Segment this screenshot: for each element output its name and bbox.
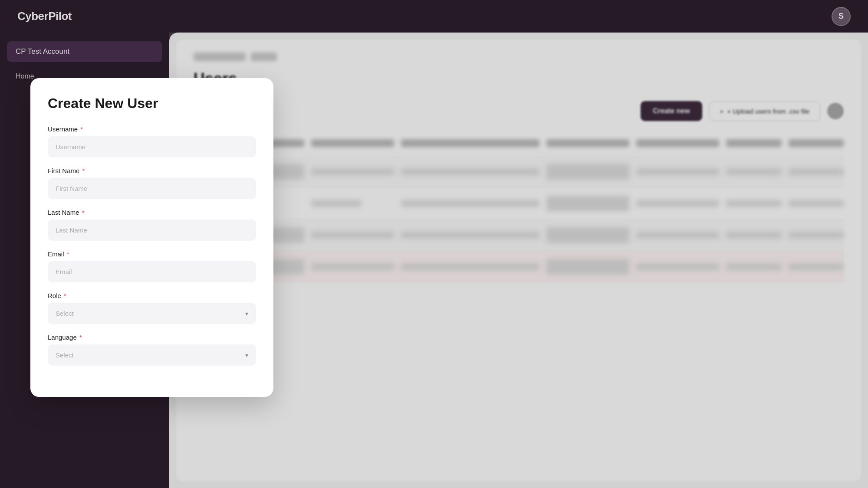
username-group: Username *	[48, 125, 256, 157]
username-input[interactable]	[48, 136, 256, 157]
email-group: Email *	[48, 250, 256, 282]
modal-overlay: Create New User Username * First Name * …	[0, 0, 868, 488]
language-group: Language * Select English Danish German …	[48, 334, 256, 366]
language-label: Language *	[48, 334, 256, 341]
last-name-label: Last Name *	[48, 209, 256, 216]
language-select-wrapper: Select English Danish German ▾	[48, 344, 256, 366]
role-group: Role * Select Admin User Viewer ▾	[48, 292, 256, 324]
role-label: Role *	[48, 292, 256, 299]
last-name-input[interactable]	[48, 219, 256, 241]
first-name-group: First Name *	[48, 167, 256, 199]
first-name-input[interactable]	[48, 178, 256, 199]
language-select[interactable]: Select English Danish German	[48, 344, 256, 366]
last-name-group: Last Name *	[48, 209, 256, 241]
email-input[interactable]	[48, 261, 256, 282]
role-select[interactable]: Select Admin User Viewer	[48, 303, 256, 324]
role-select-wrapper: Select Admin User Viewer ▾	[48, 303, 256, 324]
email-label: Email *	[48, 250, 256, 258]
first-name-label: First Name *	[48, 167, 256, 174]
modal-title: Create New User	[48, 95, 256, 111]
username-label: Username *	[48, 125, 256, 133]
create-user-modal: Create New User Username * First Name * …	[30, 78, 273, 397]
